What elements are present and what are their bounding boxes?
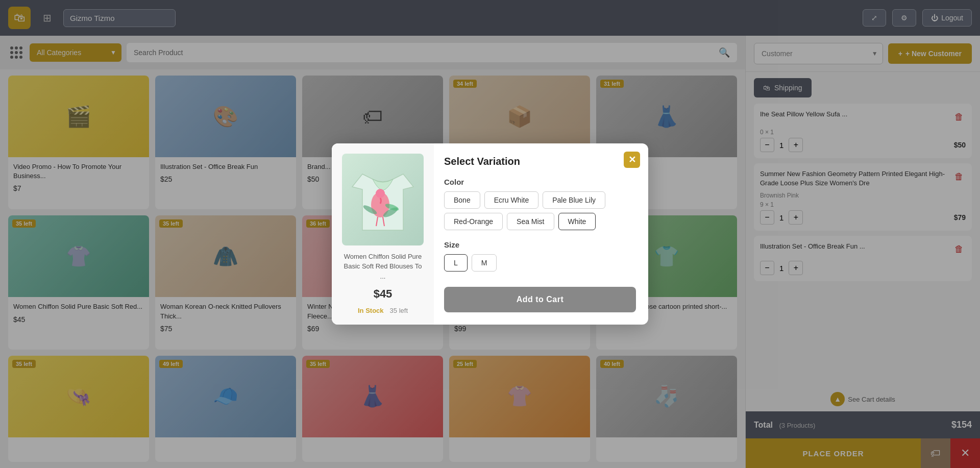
modal-title: Select Variation [444,156,636,167]
modal-close-button[interactable]: ✕ [624,152,640,168]
modal-content-panel: ✕ Select Variation Color BoneEcru WhiteP… [434,143,648,325]
size-options: LM [444,254,636,272]
color-options: BoneEcru WhitePale Blue LilyRed-OrangeSe… [444,191,636,230]
color-option-ecru-white[interactable]: Ecru White [484,191,538,209]
close-x-icon: ✕ [628,154,636,165]
size-option-m[interactable]: M [472,254,497,272]
color-option-red-orange[interactable]: Red-Orange [444,213,503,230]
modal-image-panel: Women Chiffon Solid Pure Basic Soft Red … [332,143,434,325]
color-option-white[interactable]: White [558,213,596,230]
svg-point-1 [376,189,385,198]
select-variation-modal: Women Chiffon Solid Pure Basic Soft Red … [332,143,648,325]
color-option-pale-blue-lily[interactable]: Pale Blue Lily [543,191,605,209]
color-section-label: Color [444,178,636,186]
color-option-sea-mist[interactable]: Sea Mist [507,213,554,230]
modal-stock-label: In Stock [358,307,384,314]
size-section-label: Size [444,240,636,249]
add-to-cart-button[interactable]: Add to Cart [444,287,636,312]
modal-product-image [342,154,424,245]
size-option-l[interactable]: L [444,254,468,272]
modal-product-name: Women Chiffon Solid Pure Basic Soft Red … [342,252,424,282]
modal-stock-left: 35 left [390,307,408,314]
color-option-bone[interactable]: Bone [444,191,480,209]
modal-overlay[interactable]: Women Chiffon Solid Pure Basic Soft Red … [0,0,980,468]
modal-product-price: $45 [374,287,393,301]
